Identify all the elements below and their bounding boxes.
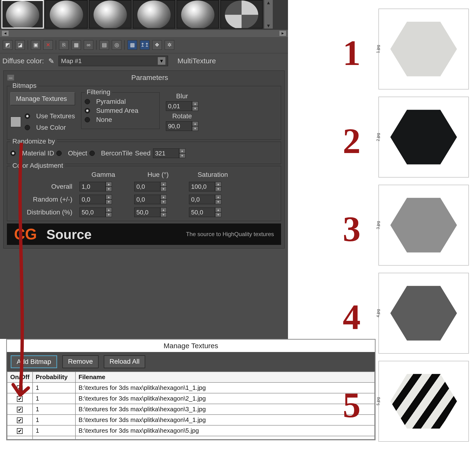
swatch-caption: 5.jpg — [376, 397, 380, 406]
material-id-icon[interactable]: ∞ — [84, 40, 93, 50]
filename-cell[interactable]: B:\textures for 3ds max\plitka\hexagon\1… — [75, 382, 374, 393]
cgsource-banner[interactable]: CG Source The source to HighQuality text… — [7, 223, 281, 245]
slot-scrollbar-horizontal[interactable]: ◄ ► — [0, 30, 288, 37]
color-swatch[interactable] — [11, 117, 21, 127]
rotate-spinner[interactable]: ▲▼ — [166, 121, 198, 131]
separator — [124, 40, 125, 50]
map-type-button[interactable]: MultiTexture — [172, 57, 221, 65]
remove-button[interactable]: Remove — [62, 355, 99, 368]
material-slot[interactable] — [177, 0, 219, 29]
filename-cell[interactable]: B:\textures for 3ds max\plitka\hexagon\4… — [75, 415, 374, 425]
overall-sat-spinner[interactable]: ▲▼ — [189, 182, 237, 191]
use-color-radio[interactable]: Use Color — [25, 124, 75, 131]
material-slot[interactable] — [45, 0, 87, 29]
material-slot[interactable] — [221, 0, 263, 29]
map-name-dropdown[interactable]: Map #1 ▼ — [59, 56, 168, 66]
table-row[interactable]: ✔1B:\textures for 3ds max\plitka\hexagon… — [7, 415, 374, 425]
overall-hue-spinner[interactable]: ▲▼ — [134, 182, 182, 191]
onoff-cell[interactable]: ✔ — [7, 393, 33, 404]
checkbox-icon[interactable]: ✔ — [17, 385, 23, 391]
col-filename[interactable]: Filename — [75, 372, 374, 382]
hue-header: Hue (°) — [134, 171, 182, 178]
checkbox-icon[interactable]: ✔ — [17, 407, 23, 412]
object-radio[interactable]: Object — [56, 150, 87, 157]
material-slot[interactable] — [1, 0, 44, 29]
summed-area-radio[interactable]: Summed Area — [85, 107, 156, 115]
random-gamma-spinner[interactable]: ▲▼ — [80, 195, 127, 204]
material-editor-panel: ▲ ▼ ◄ ► ◩ ◪ ▣ ✕ ⎘ ▦ ∞ ▤ ◎ ▩ ↥↥ ❖ ✲ Diffu… — [0, 0, 288, 339]
blur-spinner[interactable]: ▲▼ — [166, 102, 198, 111]
random-sat-spinner[interactable]: ▲▼ — [189, 195, 237, 204]
textures-table: On/Off Probability Filename ✔1B:\texture… — [7, 372, 375, 440]
none-radio[interactable]: None — [85, 116, 156, 123]
filename-cell[interactable]: B:\textures for 3ds max\plitka\hexagon\2… — [75, 393, 374, 404]
material-slot[interactable] — [133, 0, 175, 29]
checkbox-icon[interactable]: ✔ — [17, 428, 23, 434]
collapse-button[interactable]: – — [7, 75, 14, 81]
probability-cell[interactable]: 1 — [33, 415, 75, 425]
probability-cell[interactable]: 1 — [33, 404, 75, 415]
go-forward-icon[interactable]: ❖ — [152, 40, 162, 50]
show-end-result-icon[interactable]: ◎ — [112, 40, 121, 50]
group-label: Bitmaps — [11, 82, 38, 89]
slot-scrollbar-vertical[interactable]: ▲ ▼ — [264, 0, 273, 29]
background-icon[interactable]: ▩ — [128, 40, 137, 50]
overall-gamma-spinner[interactable]: ▲▼ — [80, 182, 127, 191]
gamma-header: Gamma — [80, 171, 127, 178]
annotation-number: 2 — [343, 120, 360, 161]
hex-swatch-card: 3 3.jpg — [378, 185, 471, 266]
filename-cell[interactable]: B:\textures for 3ds max\plitka\hexagon\5… — [75, 425, 374, 436]
assign-to-selection-icon[interactable]: ▣ — [31, 40, 40, 50]
table-row[interactable]: ✔1B:\textures for 3ds max\plitka\hexagon… — [7, 404, 374, 415]
delete-icon[interactable]: ✕ — [43, 40, 53, 50]
manage-textures-button[interactable]: Manage Textures — [11, 92, 75, 105]
checkbox-icon[interactable]: ✔ — [17, 417, 23, 423]
material-id-radio[interactable]: Material ID — [11, 150, 54, 157]
get-material-icon[interactable]: ◩ — [3, 40, 12, 50]
table-row[interactable]: ✔1B:\textures for 3ds max\plitka\hexagon… — [7, 425, 374, 436]
make-unique-icon[interactable]: ⎘ — [59, 40, 68, 50]
dist-gamma-spinner[interactable]: ▲▼ — [80, 207, 127, 217]
go-to-parent-icon[interactable]: ↥↥ — [140, 40, 150, 50]
table-row[interactable]: ✔1B:\textures for 3ds max\plitka\hexagon… — [7, 393, 374, 404]
eyedropper-icon[interactable]: ✎ — [48, 57, 54, 65]
onoff-cell[interactable]: ✔ — [7, 415, 33, 425]
banner-logo-b: Source — [46, 227, 92, 242]
put-to-library-icon[interactable]: ▦ — [71, 40, 81, 50]
table-row[interactable]: ✔1B:\textures for 3ds max\plitka\hexagon… — [7, 382, 374, 393]
checkbox-icon[interactable]: ✔ — [17, 396, 23, 402]
put-to-scene-icon[interactable]: ◪ — [15, 40, 25, 50]
seed-spinner[interactable]: ▲▼ — [153, 149, 186, 158]
bercontile-radio[interactable]: BerconTile — [89, 150, 133, 157]
add-bitmap-button[interactable]: Add Bitmap — [11, 355, 57, 368]
sample-type-icon[interactable]: ✲ — [165, 40, 174, 50]
scroll-left-icon[interactable]: ◄ — [2, 31, 9, 36]
scroll-right-icon[interactable]: ► — [279, 31, 286, 36]
col-probability[interactable]: Probability — [33, 372, 75, 382]
show-map-icon[interactable]: ▤ — [100, 40, 109, 50]
probability-cell[interactable]: 1 — [33, 382, 75, 393]
col-onoff[interactable]: On/Off — [7, 372, 33, 382]
filename-cell[interactable]: B:\textures for 3ds max\plitka\hexagon\3… — [75, 404, 374, 415]
dist-sat-spinner[interactable]: ▲▼ — [189, 207, 237, 217]
separator — [96, 40, 97, 50]
random-hue-spinner[interactable]: ▲▼ — [134, 195, 182, 204]
annotation-number: 4 — [343, 297, 360, 338]
pyramidal-radio[interactable]: Pyramidal — [85, 98, 156, 105]
banner-tagline: The source to HighQuality textures — [186, 231, 274, 238]
scroll-down-icon[interactable]: ▼ — [266, 23, 271, 29]
onoff-cell[interactable]: ✔ — [7, 404, 33, 415]
chevron-down-icon[interactable]: ▼ — [158, 57, 165, 65]
seed-label: Seed — [135, 150, 151, 157]
dist-hue-spinner[interactable]: ▲▼ — [134, 207, 182, 217]
scroll-up-icon[interactable]: ▲ — [266, 0, 271, 5]
probability-cell[interactable]: 1 — [33, 393, 75, 404]
onoff-cell[interactable]: ✔ — [7, 425, 33, 436]
onoff-cell[interactable]: ✔ — [7, 382, 33, 393]
material-slot[interactable] — [89, 0, 131, 29]
parameters-rollup: – Parameters Bitmaps Manage Textures Use… — [3, 70, 285, 249]
reload-all-button[interactable]: Reload All — [104, 355, 145, 368]
rotate-label: Rotate — [172, 112, 192, 120]
probability-cell[interactable]: 1 — [33, 425, 75, 436]
use-textures-radio[interactable]: Use Textures — [25, 112, 75, 120]
